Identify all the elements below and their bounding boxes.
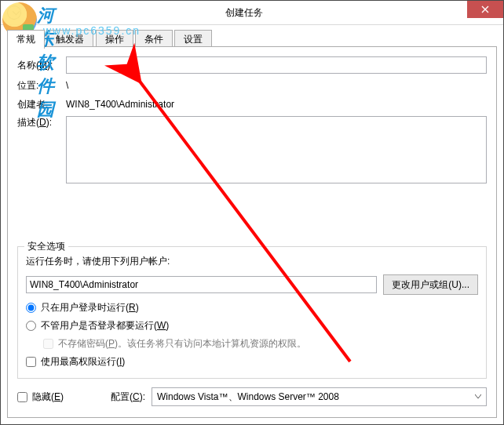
security-legend: 安全选项: [24, 240, 68, 253]
app-icon: [7, 5, 21, 20]
creator-value: WIN8_T400\Administrator: [66, 97, 487, 111]
checkbox-highest-privileges-input[interactable]: [26, 357, 36, 367]
row-creator: 创建者: WIN8_T400\Administrator: [17, 97, 487, 111]
change-user-button[interactable]: 更改用户或组(U)...: [383, 274, 478, 295]
description-label: 描述(D):: [17, 116, 66, 129]
window-title: 创建任务: [21, 6, 467, 20]
close-button[interactable]: [467, 1, 503, 18]
location-value: \: [66, 78, 487, 93]
radio-any-user-input[interactable]: [26, 321, 36, 331]
name-input[interactable]: [66, 56, 487, 74]
account-value: WIN8_T400\Administrator: [30, 279, 138, 290]
checkbox-hidden[interactable]: 隐藏(E): [17, 390, 64, 404]
dialog-body: 常规 触发器 操作 条件 设置 名称(M): 位置: \: [7, 29, 497, 418]
radio-logged-on-label: 只在用户登录时运行(R): [41, 301, 139, 314]
row-account: WIN8_T400\Administrator 更改用户或组(U)...: [26, 274, 478, 295]
description-input[interactable]: [66, 116, 487, 183]
checkbox-no-store-password-input: [43, 339, 53, 349]
titlebar: 创建任务: [1, 1, 503, 25]
general-form: 名称(M): 位置: \ 创建者: WIN8_T400\Administrato…: [17, 56, 487, 188]
tab-strip: 常规 触发器 操作 条件 设置: [7, 29, 497, 46]
radio-logged-on-input[interactable]: [26, 303, 36, 313]
close-icon: [481, 5, 489, 13]
radio-any-user-label: 不管用户是否登录都要运行(W): [41, 319, 169, 332]
run-as-label: 运行任务时，请使用下列用户帐户:: [26, 255, 478, 268]
checkbox-no-store-password-label: 不存储密码(P)。该任务将只有访问本地计算机资源的权限。: [58, 337, 306, 351]
chevron-down-icon: [472, 390, 484, 403]
location-label: 位置:: [17, 79, 66, 93]
checkbox-highest-privileges-label: 使用最高权限运行(I): [41, 355, 125, 369]
tab-general[interactable]: 常规: [7, 30, 45, 49]
checkbox-no-store-password: 不存储密码(P)。该任务将只有访问本地计算机资源的权限。: [43, 337, 478, 351]
row-description: 描述(D):: [17, 116, 487, 183]
configure-for-value: Windows Vista™、Windows Server™ 2008: [157, 390, 339, 404]
configure-for-select[interactable]: Windows Vista™、Windows Server™ 2008: [152, 387, 487, 406]
dialog-window: 创建任务 常规 触发器 操作 条件 设置 名称(M):: [0, 0, 504, 425]
checkbox-hidden-input[interactable]: [17, 392, 27, 402]
configure-for-label: 配置(C):: [111, 390, 145, 404]
creator-label: 创建者:: [17, 98, 66, 111]
row-location: 位置: \: [17, 78, 487, 93]
row-name: 名称(M):: [17, 56, 487, 74]
tab-panel-general: 名称(M): 位置: \ 创建者: WIN8_T400\Administrato…: [7, 46, 497, 418]
radio-logged-on[interactable]: 只在用户登录时运行(R): [26, 301, 478, 314]
checkbox-highest-privileges[interactable]: 使用最高权限运行(I): [26, 355, 478, 369]
account-field: WIN8_T400\Administrator: [26, 276, 377, 293]
checkbox-hidden-label: 隐藏(E): [32, 390, 64, 404]
window-body: 创建任务 常规 触发器 操作 条件 设置 名称(M):: [1, 1, 503, 424]
security-options-group: 安全选项 运行任务时，请使用下列用户帐户: WIN8_T400\Administ…: [17, 246, 487, 379]
bottom-row: 隐藏(E) 配置(C): Windows Vista™、Windows Serv…: [17, 387, 487, 406]
name-label: 名称(M):: [17, 59, 66, 72]
radio-any-user[interactable]: 不管用户是否登录都要运行(W): [26, 319, 478, 332]
